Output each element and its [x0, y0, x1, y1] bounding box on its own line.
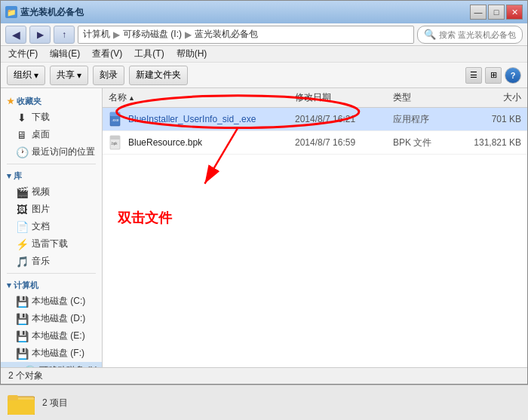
drive-c-icon: 💾: [16, 296, 28, 308]
bpk-file-icon: .bpk: [109, 135, 124, 150]
close-button[interactable]: ✕: [506, 5, 523, 20]
menu-file[interactable]: 文件(F): [5, 46, 41, 62]
breadcrumb-sep-1: ▶: [113, 29, 120, 40]
file-size-exe: 701 KB: [461, 114, 521, 124]
pictures-icon: 🖼: [16, 204, 28, 216]
sidebar-item-drive-c[interactable]: 💾 本地磁盘 (C:): [1, 293, 102, 310]
sidebar: ★ 收藏夹 ⬇ 下载 🖥 桌面 🕐 最近访问的位置: [1, 88, 103, 367]
breadcrumb[interactable]: 计算机 ▶ 可移动磁盘 (I:) ▶ 蓝光装机必备包: [78, 26, 414, 44]
sidebar-item-recent[interactable]: 🕐 最近访问的位置: [1, 143, 102, 161]
breadcrumb-computer[interactable]: 计算机: [83, 28, 110, 41]
computer-label: 计算机: [14, 280, 38, 291]
organize-label: 组织: [14, 69, 32, 81]
window-icon: 📁: [5, 6, 17, 18]
file-row-exe[interactable]: .exe BlueInstaller_UserInfo_sid_.exe 201…: [103, 108, 527, 131]
video-icon: 🎬: [16, 186, 28, 198]
status-bar: 2 个对象: [1, 367, 527, 384]
file-type-exe: 应用程序: [393, 113, 461, 126]
help-button[interactable]: ?: [505, 67, 521, 84]
up-button[interactable]: ↑: [54, 26, 75, 44]
burn-button[interactable]: 刻录: [93, 66, 124, 85]
minimize-button[interactable]: —: [470, 5, 487, 20]
sidebar-divider-1: [7, 164, 96, 164]
bottom-items-label: 2 项目: [42, 397, 68, 409]
sidebar-item-pictures[interactable]: 🖼 图片: [1, 201, 102, 218]
sidebar-item-downloads[interactable]: ⬇ 下载: [1, 109, 102, 126]
breadcrumb-folder[interactable]: 蓝光装机必备包: [195, 28, 258, 41]
svg-rect-11: [8, 400, 35, 415]
annotation-text: 双击文件: [118, 209, 172, 227]
back-button[interactable]: ◀: [5, 26, 26, 44]
music-icon: 🎵: [16, 256, 28, 268]
sidebar-item-music[interactable]: 🎵 音乐: [1, 253, 102, 270]
menu-tools[interactable]: 工具(T): [131, 46, 167, 62]
sidebar-item-desktop[interactable]: 🖥 桌面: [1, 126, 102, 143]
window-controls: — □ ✕: [470, 5, 523, 20]
sidebar-item-video[interactable]: 🎬 视频: [1, 183, 102, 201]
downloads-icon: ⬇: [16, 112, 28, 124]
explorer-window: 📁 蓝光装机必备包 — □ ✕ ◀ ▶ ↑ 计算机 ▶ 可移动磁盘 (I:) ▶…: [0, 0, 528, 385]
sidebar-library-section: ▾ 库 🎬 视频 🖼 图片 📄 文档 ⚡ 迅雷下载: [1, 167, 102, 270]
new-folder-button[interactable]: 新建文件夹: [129, 66, 188, 85]
share-dropdown-icon: ▾: [77, 70, 81, 81]
sidebar-divider-2: [7, 273, 96, 274]
view-details-button[interactable]: ⊞: [485, 67, 502, 84]
documents-icon: 📄: [16, 221, 28, 233]
col-header-size[interactable]: 大小: [461, 91, 521, 104]
file-area[interactable]: 名称 ▲ 修改日期 类型 大小 .exe Blu: [103, 88, 527, 367]
bottom-folder-icon: [8, 389, 35, 416]
forward-button[interactable]: ▶: [29, 26, 51, 44]
sidebar-item-thunder[interactable]: ⚡ 迅雷下载: [1, 235, 102, 253]
sidebar-label-drive-f: 本地磁盘 (F:): [32, 347, 84, 360]
sort-icon: ▲: [128, 94, 135, 102]
search-input[interactable]: [439, 30, 516, 39]
svg-text:.bpk: .bpk: [111, 142, 118, 146]
organize-dropdown-icon: ▾: [34, 70, 38, 81]
status-count: 2 个对象: [8, 369, 43, 382]
col-header-type[interactable]: 类型: [393, 91, 461, 104]
share-button[interactable]: 共享 ▾: [50, 66, 88, 85]
svg-text:.exe: .exe: [112, 118, 119, 122]
sidebar-label-downloads: 下载: [32, 111, 50, 124]
file-name-bpk-text: BlueResource.bpk: [128, 137, 202, 148]
titlebar: 📁 蓝光装机必备包 — □ ✕: [1, 1, 527, 23]
sidebar-label-pictures: 图片: [32, 203, 50, 216]
sidebar-label-documents: 文档: [32, 220, 50, 233]
file-name-exe: .exe BlueInstaller_UserInfo_sid_.exe: [109, 112, 295, 127]
sidebar-item-drive-d[interactable]: 💾 本地磁盘 (D:): [1, 310, 102, 327]
file-row-bpk[interactable]: .bpk BlueResource.bpk 2014/8/7 16:59 BPK…: [103, 131, 527, 155]
svg-rect-1: [110, 112, 120, 116]
thunder-icon: ⚡: [16, 238, 28, 250]
organize-button[interactable]: 组织 ▾: [7, 66, 45, 85]
sidebar-item-documents[interactable]: 📄 文档: [1, 218, 102, 235]
file-date-exe: 2014/8/7 16:21: [295, 114, 393, 124]
drive-d-icon: 💾: [16, 313, 28, 325]
sidebar-item-drive-f[interactable]: 💾 本地磁盘 (F:): [1, 345, 102, 362]
toolbar-right: ☰ ⊞ ?: [465, 67, 521, 84]
sidebar-item-drive-e[interactable]: 💾 本地磁盘 (E:): [1, 327, 102, 345]
menu-edit[interactable]: 编辑(E): [47, 46, 83, 62]
col-header-name[interactable]: 名称 ▲: [109, 91, 295, 104]
address-bar: ◀ ▶ ↑ 计算机 ▶ 可移动磁盘 (I:) ▶ 蓝光装机必备包 🔍: [1, 23, 527, 46]
svg-rect-12: [8, 395, 18, 400]
col-header-date[interactable]: 修改日期: [295, 91, 393, 104]
bottom-area: 2 项目: [0, 385, 528, 420]
share-label: 共享: [57, 69, 75, 81]
library-chevron-icon: ▾: [7, 171, 11, 181]
breadcrumb-sep-2: ▶: [185, 29, 192, 40]
file-date-bpk: 2014/8/7 16:59: [295, 137, 393, 148]
menu-view[interactable]: 查看(V): [89, 46, 125, 62]
sidebar-label-drive-c: 本地磁盘 (C:): [32, 295, 85, 308]
sidebar-favorites-header[interactable]: ★ 收藏夹: [1, 93, 102, 109]
search-bar[interactable]: 🔍: [417, 26, 523, 44]
view-toggle-button[interactable]: ☰: [465, 67, 482, 84]
burn-label: 刻录: [100, 69, 118, 81]
sidebar-library-header[interactable]: ▾ 库: [1, 167, 102, 183]
maximize-button[interactable]: □: [488, 5, 505, 20]
file-name-exe-text: BlueInstaller_UserInfo_sid_.exe: [128, 114, 256, 124]
recent-icon: 🕐: [16, 146, 28, 158]
sidebar-item-drive-i[interactable]: ▾ 💿 可移动磁盘 (I:): [1, 362, 102, 367]
sidebar-computer-header[interactable]: ▾ 计算机: [1, 277, 102, 293]
breadcrumb-drive[interactable]: 可移动磁盘 (I:): [123, 28, 182, 41]
menu-help[interactable]: 帮助(H): [173, 46, 210, 62]
